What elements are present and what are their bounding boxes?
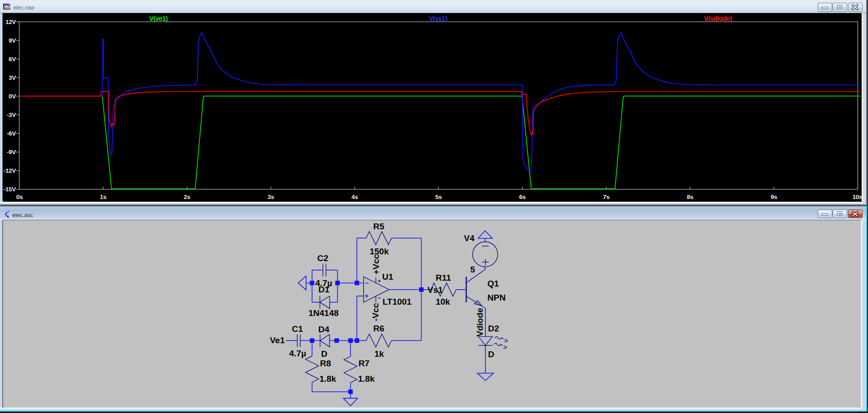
svg-text:D2: D2 [488,324,499,333]
svg-text:1.8k: 1.8k [320,374,336,383]
svg-text:1.8k: 1.8k [358,374,375,383]
svg-text:-6V: -6V [7,130,16,137]
svg-text:R8: R8 [320,359,331,368]
svg-text:-15V: -15V [4,186,16,193]
svg-text:C1: C1 [292,324,303,333]
svg-text:1s: 1s [100,193,106,200]
svg-text:3s: 3s [267,193,274,200]
svg-text:NPN: NPN [487,292,505,302]
svg-text:7s: 7s [603,193,609,200]
svg-text:D4: D4 [318,324,330,334]
svg-text:U1: U1 [382,272,393,281]
svg-text:-9V: -9V [7,149,16,155]
svg-text:Ve1: Ve1 [270,335,285,345]
svg-text:4s: 4s [351,193,358,200]
svg-text:-Vcc: -Vcc [371,303,380,321]
svg-text:0V: 0V [9,92,16,99]
svg-text:D: D [488,349,495,359]
svg-text:LT1001: LT1001 [383,296,412,306]
svg-text:V(vs1): V(vs1) [429,15,447,22]
svg-text:D: D [321,349,327,358]
svg-text:8s: 8s [687,193,693,200]
svg-text:D1: D1 [319,285,330,294]
svg-text:V(ve1): V(ve1) [149,15,168,22]
svg-text:5s: 5s [435,193,441,200]
svg-text:V(vdiode): V(vdiode) [704,15,732,22]
svg-text:2s: 2s [184,193,190,200]
svg-text:R6: R6 [373,324,384,333]
svg-text:9s: 9s [771,193,777,200]
svg-text:R5: R5 [373,221,385,231]
svg-text:3V: 3V [9,74,16,81]
svg-text:1N4148: 1N4148 [309,308,339,318]
svg-text:R7: R7 [359,359,369,368]
svg-text:1k: 1k [374,349,384,358]
svg-text:Vdiode: Vdiode [475,308,485,336]
svg-text:0s: 0s [16,193,23,200]
svg-text:+Vcc: +Vcc [371,254,381,274]
svg-text:9V: 9V [9,37,16,44]
svg-text:-3V: -3V [7,111,16,118]
svg-text:6V: 6V [9,55,16,62]
svg-text:5: 5 [470,265,475,274]
svg-text:10k: 10k [436,296,450,306]
svg-text:-12V: -12V [4,167,16,174]
svg-text:R11: R11 [436,272,451,282]
svg-text:10s: 10s [853,193,863,200]
svg-text:6s: 6s [519,193,525,200]
svg-text:4.7µ: 4.7µ [289,348,306,358]
svg-text:V4: V4 [464,233,475,243]
svg-text:C2: C2 [317,253,328,262]
svg-text:Q1: Q1 [487,278,499,288]
svg-text:Vs1: Vs1 [427,285,443,294]
svg-text:12V: 12V [5,18,16,25]
